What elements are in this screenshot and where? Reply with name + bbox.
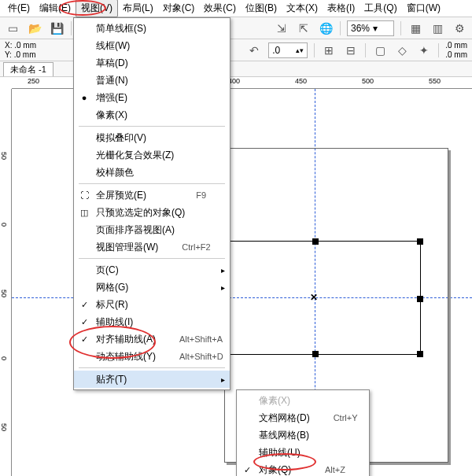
menu-item[interactable]: 简单线框(S) bbox=[74, 20, 230, 37]
menu-item-label: 对齐辅助线(A) bbox=[96, 333, 156, 346]
menu-item-label: 像素(X) bbox=[96, 109, 206, 122]
doc-tab[interactable]: 未命名 -1 bbox=[3, 62, 53, 76]
menu-item-shortcut: Ctrl+F2 bbox=[182, 242, 210, 252]
menu-item-label: 草稿(D) bbox=[96, 57, 206, 70]
menu-item-shortcut: F9 bbox=[196, 190, 206, 200]
menu-item[interactable]: ✓辅助线(I) bbox=[74, 313, 230, 330]
coord-display: X: .0 mm Y: .0 mm bbox=[5, 41, 36, 60]
menu-item[interactable]: 草稿(D) bbox=[74, 54, 230, 72]
handle-tm[interactable] bbox=[312, 238, 319, 245]
menu-item[interactable]: 文档网格(D)Ctrl+Y bbox=[237, 409, 369, 426]
menu-item[interactable]: 动态辅助线(Y)Alt+Shift+D bbox=[74, 348, 230, 365]
menu-item[interactable]: 普通(N) bbox=[74, 72, 230, 89]
menu-item-label: 文档网格(D) bbox=[259, 411, 310, 425]
menu-item-label: 对象(Q) bbox=[259, 463, 301, 477]
new-icon[interactable]: ▭ bbox=[5, 20, 20, 36]
handle-bm[interactable] bbox=[312, 351, 319, 357]
value-input[interactable]: .0 ▴▾ bbox=[268, 42, 308, 58]
menu-item-label: 标尺(R) bbox=[96, 298, 206, 312]
menu-text[interactable]: 文本(X) bbox=[282, 0, 323, 17]
menu-item[interactable]: 基线网格(B) bbox=[237, 426, 369, 444]
menu-item-label: 网格(G) bbox=[96, 281, 206, 294]
view-dropdown: 简单线框(S)线框(W)草稿(D)普通(N)●增强(E)像素(X)模拟叠印(V)… bbox=[73, 17, 230, 390]
stepper-icon: ▴▾ bbox=[296, 46, 304, 54]
menu-separator bbox=[79, 126, 225, 127]
options-icon[interactable]: ⚙ bbox=[452, 20, 467, 36]
menu-table[interactable]: 表格(I) bbox=[323, 0, 360, 17]
check-icon: ✓ bbox=[79, 299, 90, 310]
menu-item-label: 只预览选定的对象(Q) bbox=[96, 206, 206, 220]
divider bbox=[438, 43, 439, 57]
handle-mr[interactable] bbox=[417, 296, 423, 302]
selected-object[interactable]: ✕ bbox=[208, 241, 421, 355]
align2-icon[interactable]: ⊟ bbox=[343, 42, 359, 58]
menubar: 件(E) 编辑(E) 视图(V) 布局(L) 对象(C) 效果(C) 位图(B)… bbox=[0, 0, 472, 17]
menu-object[interactable]: 对象(C) bbox=[158, 0, 200, 17]
menu-item[interactable]: 视图管理器(W)Ctrl+F2 bbox=[74, 238, 230, 256]
zoom-combo[interactable]: 36% ▾ bbox=[347, 20, 394, 36]
center-marker[interactable]: ✕ bbox=[310, 292, 318, 303]
shape2-icon[interactable]: ◇ bbox=[394, 42, 410, 58]
menu-view[interactable]: 视图(V) bbox=[76, 0, 118, 17]
zoom-value: 36% bbox=[351, 23, 370, 34]
menu-item[interactable]: ◫只预览选定的对象(Q) bbox=[74, 204, 230, 221]
menu-item[interactable]: 线框(W) bbox=[74, 37, 230, 54]
export-icon[interactable]: ⇱ bbox=[296, 20, 312, 36]
divider bbox=[365, 43, 366, 57]
divider bbox=[314, 43, 315, 57]
menu-item[interactable]: 网格(G)▸ bbox=[74, 279, 230, 296]
menu-item-label: 页面排序器视图(A) bbox=[96, 223, 206, 237]
menu-item[interactable]: 页(C)▸ bbox=[74, 261, 230, 279]
snap2-icon[interactable]: ▥ bbox=[430, 20, 445, 36]
undo-icon[interactable]: ↶ bbox=[246, 42, 262, 58]
menu-item[interactable]: 辅助线(U) bbox=[237, 444, 369, 461]
check-icon: ✓ bbox=[79, 316, 90, 327]
web-icon[interactable]: 🌐 bbox=[318, 20, 334, 36]
snap-submenu: 像素(X)文档网格(D)Ctrl+Y基线网格(B)辅助线(U)✓对象(Q)Alt… bbox=[236, 389, 370, 476]
menu-item[interactable]: 页面排序器视图(A) bbox=[74, 221, 230, 238]
menu-item[interactable]: 贴齐(T)▸ bbox=[74, 371, 230, 388]
menu-separator bbox=[79, 258, 225, 259]
shape3-icon[interactable]: ✦ bbox=[416, 42, 432, 58]
menu-item[interactable]: 校样颜色 bbox=[74, 164, 230, 181]
save-icon[interactable]: 💾 bbox=[49, 20, 65, 36]
handle-tr[interactable] bbox=[417, 238, 423, 245]
menu-item[interactable]: ⛶全屏预览(E)F9 bbox=[74, 186, 230, 204]
menu-item-label: 普通(N) bbox=[96, 74, 206, 87]
menu-item-shortcut: Alt+Shift+A bbox=[179, 334, 223, 344]
menu-item-label: 模拟叠印(V) bbox=[96, 131, 206, 145]
menu-tool[interactable]: 工具(Q) bbox=[360, 0, 401, 17]
snap-icon[interactable]: ▦ bbox=[407, 20, 423, 36]
check-icon: ✓ bbox=[79, 334, 90, 345]
divider bbox=[340, 21, 341, 35]
menu-item[interactable]: ✓标尺(R) bbox=[74, 296, 230, 313]
handle-br[interactable] bbox=[417, 351, 423, 357]
menu-edit[interactable]: 编辑(E) bbox=[35, 0, 76, 17]
menu-item-shortcut: Alt+Shift+D bbox=[179, 352, 223, 361]
import-icon[interactable]: ⇲ bbox=[274, 20, 289, 36]
menu-item-label: 校样颜色 bbox=[96, 166, 206, 179]
menu-item[interactable]: 光栅化复合效果(Z) bbox=[74, 146, 230, 164]
vertical-ruler[interactable]: 50 0 50 0 50 bbox=[0, 89, 12, 476]
open-icon[interactable]: 📂 bbox=[27, 20, 42, 36]
menu-item[interactable]: ●增强(E) bbox=[74, 89, 230, 106]
menu-layout[interactable]: 布局(L) bbox=[118, 0, 158, 17]
menu-file[interactable]: 件(E) bbox=[3, 0, 35, 17]
menu-item[interactable]: 模拟叠印(V) bbox=[74, 129, 230, 146]
menu-item: 像素(X) bbox=[237, 392, 369, 409]
chevron-down-icon: ▾ bbox=[373, 23, 378, 34]
menu-item[interactable]: ✓对象(Q)Alt+Z bbox=[237, 461, 369, 476]
menu-item[interactable]: 像素(X) bbox=[74, 106, 230, 124]
menu-item-label: 简单线框(S) bbox=[96, 22, 206, 35]
menu-item-label: 全屏预览(E) bbox=[96, 189, 172, 202]
menu-effect[interactable]: 效果(C) bbox=[199, 0, 241, 17]
menu-window[interactable]: 窗口(W) bbox=[402, 0, 445, 17]
menu-item[interactable]: ✓对齐辅助线(A)Alt+Shift+A bbox=[74, 330, 230, 348]
menu-item-label: 辅助线(U) bbox=[259, 446, 345, 459]
shape1-icon[interactable]: ▢ bbox=[372, 42, 388, 58]
menu-bitmap[interactable]: 位图(B) bbox=[241, 0, 282, 17]
menu-item-label: 像素(X) bbox=[259, 394, 345, 408]
menu-item-shortcut: Ctrl+Y bbox=[334, 413, 358, 422]
align-icon[interactable]: ⊞ bbox=[321, 42, 337, 58]
coord-display-right: .0 mm .0 mm bbox=[445, 41, 467, 60]
